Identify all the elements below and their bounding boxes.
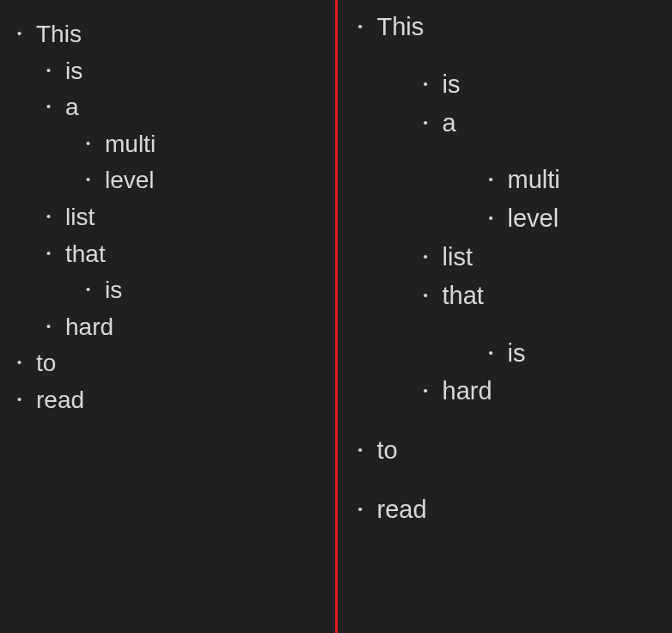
list-item: list [443, 242, 666, 272]
list-item-text: is [105, 277, 122, 303]
list-item-text: This [377, 13, 425, 40]
list-item: to [377, 435, 666, 466]
list-item: to [36, 349, 328, 378]
list-item-text: This [36, 21, 82, 47]
list-item: level [105, 166, 328, 195]
list-item: level [508, 204, 666, 234]
list-item: is [508, 338, 666, 368]
list-level-2: is a multi level list that is hard [36, 57, 328, 342]
list-level-3: multi level [443, 165, 666, 234]
list-item: hard [65, 313, 328, 342]
list-item: that is [443, 281, 666, 368]
list-item-text: is [65, 58, 82, 84]
list-item-text: that [65, 240, 106, 267]
list-item-text: is [508, 339, 526, 367]
list-item-text: hard [443, 377, 492, 405]
list-level-1: This is a multi level list that is [7, 20, 328, 415]
list-item-text: hard [65, 313, 113, 340]
list-level-1: This is a multi level list that is [345, 12, 666, 525]
list-item-text: level [508, 204, 559, 232]
right-pane: This is a multi level list that is [338, 0, 673, 633]
list-item-text: to [377, 436, 398, 464]
list-item-text: a [65, 94, 79, 120]
list-item-text: list [65, 204, 95, 230]
list-item-text: multi [105, 131, 156, 157]
list-level-3: multi level [65, 130, 328, 195]
list-item-text: a [443, 109, 456, 137]
list-item: a multi level [443, 108, 666, 234]
list-item: is [443, 70, 666, 100]
left-pane: This is a multi level list that is [0, 0, 335, 633]
list-item: multi [105, 130, 328, 159]
list-item: read [36, 386, 328, 415]
list-item: hard [443, 376, 666, 406]
list-item-text: read [377, 496, 427, 523]
list-level-3: is [65, 276, 328, 305]
list-item: is [65, 57, 328, 86]
list-item-text: multi [508, 166, 560, 193]
list-item-text: list [443, 243, 473, 271]
list-item: list [65, 203, 328, 232]
list-item-text: level [105, 167, 155, 193]
list-item: that is [65, 240, 328, 305]
list-item: a multi level [65, 93, 328, 195]
list-item-text: that [443, 282, 484, 309]
list-item-text: to [36, 350, 56, 376]
list-level-2: is a multi level list that is hard [377, 70, 666, 406]
list-item: is [105, 276, 328, 305]
list-item: This is a multi level list that is [36, 20, 328, 341]
list-level-3: is [443, 338, 666, 368]
list-item: read [377, 495, 666, 525]
list-item: This is a multi level list that is [377, 12, 666, 406]
list-item-text: read [36, 386, 84, 413]
list-item: multi [508, 165, 666, 195]
list-item-text: is [443, 70, 461, 98]
